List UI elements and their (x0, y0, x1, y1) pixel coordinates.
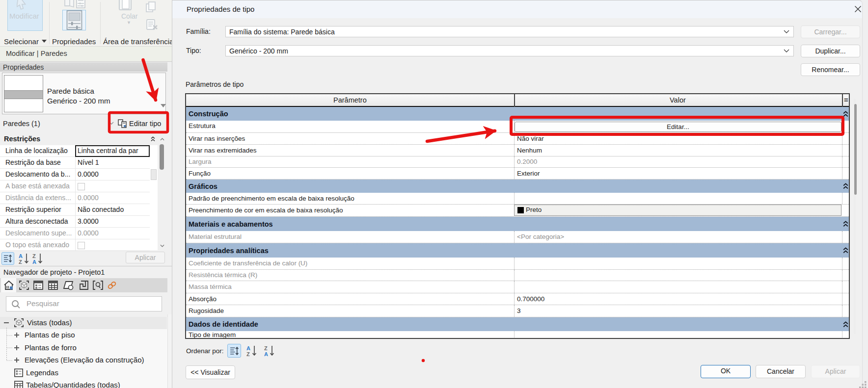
svg-text:A: A (19, 253, 23, 259)
svg-text:Z: Z (19, 259, 22, 265)
svg-text:A: A (32, 259, 36, 265)
svg-text:Z: Z (246, 351, 250, 357)
svg-text:A: A (264, 351, 268, 357)
svg-text:Z: Z (264, 345, 268, 351)
svg-text:Z: Z (32, 253, 36, 259)
svg-text:A: A (246, 345, 250, 351)
